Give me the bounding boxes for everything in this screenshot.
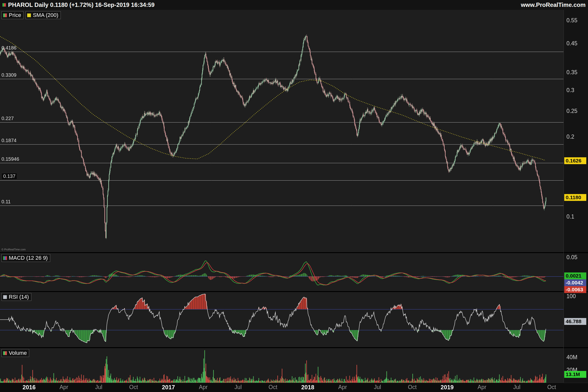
price-legend-item[interactable]: Price xyxy=(2,11,24,19)
copyright-text: © ProRealTime.com xyxy=(2,248,26,251)
rsi-panel-legend: RSI (14) xyxy=(2,293,31,301)
macd-legend-item[interactable]: MACD (12 26 9) xyxy=(2,254,50,262)
volume-legend-item[interactable]: Volume xyxy=(2,349,29,357)
price-series-icon xyxy=(3,13,7,18)
chart-window: PHAROL Daily 0.1180 (+1.72%) 16-Sep-2019… xyxy=(0,0,588,392)
macd-panel-legend: MACD (12 26 9) xyxy=(2,254,50,262)
price-legend-label: Price xyxy=(9,12,21,18)
price-panel-legend: Price SMA (200) xyxy=(2,11,61,19)
macd-series-icon xyxy=(3,256,7,260)
rsi-legend-item[interactable]: RSI (14) xyxy=(2,293,31,301)
volume-series-icon xyxy=(3,351,7,355)
header-left: PHAROL Daily 0.1180 (+1.72%) 16-Sep-2019… xyxy=(2,2,154,8)
proréaltime-site-link[interactable]: www.ProRealTime.com xyxy=(521,2,586,8)
rsi-legend-label: RSI (14) xyxy=(9,294,29,300)
header-bar: PHAROL Daily 0.1180 (+1.72%) 16-Sep-2019… xyxy=(0,0,588,10)
volume-panel-legend: Volume xyxy=(2,349,29,357)
chart-canvas[interactable] xyxy=(0,0,588,392)
macd-legend-label: MACD (12 26 9) xyxy=(9,255,48,261)
sma-series-icon xyxy=(27,13,31,18)
volume-legend-label: Volume xyxy=(9,350,27,356)
symbol-icon xyxy=(2,3,6,6)
sma-legend-label: SMA (200) xyxy=(33,12,58,18)
sma-legend-item[interactable]: SMA (200) xyxy=(26,11,61,19)
chart-title: PHAROL Daily 0.1180 (+1.72%) 16-Sep-2019… xyxy=(8,2,154,8)
rsi-series-icon xyxy=(3,295,7,299)
